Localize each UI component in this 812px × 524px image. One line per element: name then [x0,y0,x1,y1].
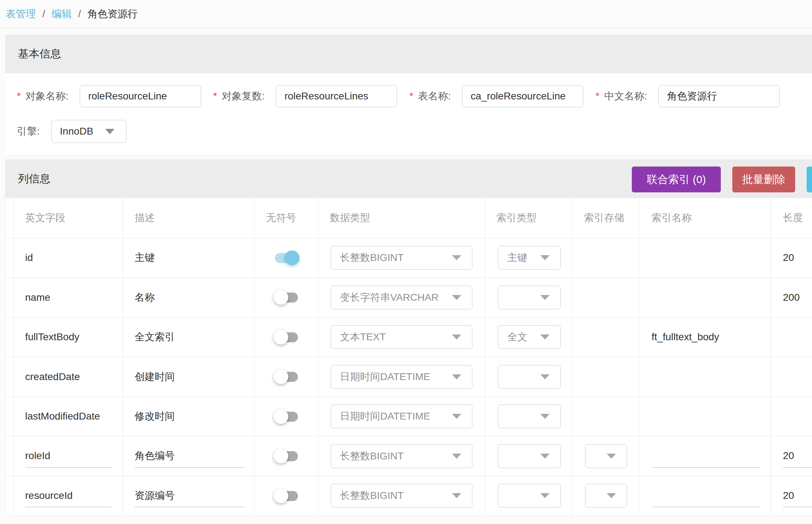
field-input[interactable]: resourceId [25,484,112,507]
index-type-select[interactable]: 全文 [498,325,561,349]
unsigned-toggle[interactable] [274,251,299,265]
toggle-knob [274,449,288,463]
table-row: fullTextBody全文索引文本TEXT全文ft_fulltext_body [5,317,812,357]
data-type-select-value: 日期时间DATETIME [340,370,430,384]
unsigned-toggle[interactable] [274,290,299,305]
cell-index-storage [573,436,640,476]
row-handle-cell [5,436,14,476]
index-type-select[interactable] [498,404,561,428]
data-type-select-value: 文本TEXT [340,330,386,344]
form-field-2: *表名称: [409,85,583,107]
index-type-select[interactable] [498,286,561,309]
data-type-select[interactable]: 变长字符串VARCHAR [331,286,472,309]
form-field-input-2[interactable] [462,85,583,107]
data-type-select[interactable]: 长整数BIGINT [331,484,472,507]
cell-index-storage [573,357,640,397]
unsigned-toggle[interactable] [274,449,299,463]
unsigned-toggle[interactable] [274,488,299,503]
length-input[interactable]: 20 [783,484,812,507]
basic-info-form: *对象名称:*对象复数:*表名称:*中文名称: 引擎: InnoDB [5,73,812,154]
form-field-input-1[interactable] [276,85,397,107]
row-handle-cell [5,278,14,318]
form-field-label-3: 中文名称: [604,89,647,103]
partial-button[interactable] [807,167,812,192]
index-type-select[interactable] [498,444,561,468]
cell-index-type [485,436,573,476]
index-type-select[interactable]: 主键 [498,246,561,270]
cell-index-storage [573,476,640,516]
data-type-select[interactable]: 日期时间DATETIME [331,365,472,389]
data-type-select[interactable]: 文本TEXT [331,325,472,349]
cell-desc: 修改时间 [123,397,255,436]
header-cell-5: 索引存储 [573,198,640,238]
columns-table: 英文字段描述无符号数据类型索引类型索引存储索引名称长度 id主键长整数BIGIN… [5,198,812,516]
engine-select-value: InnoDB [60,126,93,137]
desc-input[interactable]: 资源编号 [135,484,245,507]
unsigned-toggle[interactable] [274,369,299,384]
desc-input[interactable]: 角色编号 [135,445,245,468]
cell-data-type: 日期时间DATETIME [318,397,485,436]
cell-index-type [485,397,573,436]
cell-index-type [485,476,573,516]
table-row: roleId角色编号长整数BIGINT20 [5,436,812,476]
cell-index-type [485,357,573,397]
cell-index-storage [573,397,640,436]
index-type-select[interactable] [498,365,561,389]
engine-row: 引擎: InnoDB [17,120,812,143]
unsigned-toggle[interactable] [274,409,299,424]
index-type-select[interactable] [498,484,561,507]
cell-unsigned [255,436,318,476]
cell-unsigned [255,238,318,278]
chevron-down-icon [452,454,461,459]
joint-index-button[interactable]: 联合索引 (0) [632,167,721,192]
cell-desc: 名称 [123,278,255,318]
table-row: id主键长整数BIGINT主键20 [5,238,812,278]
chevron-down-icon [452,255,461,260]
index-name-input[interactable] [652,484,760,507]
table-row: lastModifiedDate修改时间日期时间DATETIME [5,397,812,436]
cell-unsigned [255,476,318,516]
data-type-select[interactable]: 长整数BIGINT [331,444,472,468]
cell-unsigned [255,278,318,318]
cell-unsigned [255,317,318,357]
form-field-input-3[interactable] [658,85,780,107]
data-type-select-value: 日期时间DATETIME [340,410,430,423]
header-cell-6: 索引名称 [640,198,771,238]
index-storage-select[interactable] [585,444,627,468]
breadcrumb-item-1[interactable]: 编辑 [52,7,72,21]
header-cell-2: 无符号 [255,198,318,238]
cell-field: lastModifiedDate [14,397,123,436]
cell-length [771,317,812,357]
data-type-select[interactable]: 日期时间DATETIME [331,404,472,428]
data-type-select[interactable]: 长整数BIGINT [331,246,472,270]
chevron-down-icon [452,493,461,498]
cell-length: 200 [771,278,812,318]
unsigned-toggle[interactable] [274,330,299,345]
chevron-down-icon [452,374,461,379]
chevron-down-icon [540,334,550,340]
columns-header-buttons: 联合索引 (0)批量删除 [632,160,812,199]
cell-unsigned [255,357,318,397]
cell-index-name: ft_fulltext_body [640,317,771,357]
basic-info-card: 基本信息 *对象名称:*对象复数:*表名称:*中文名称: 引擎: InnoDB [5,34,812,154]
cell-index-type: 全文 [485,317,573,357]
breadcrumb-item-0[interactable]: 表管理 [6,7,36,21]
index-name-input[interactable] [652,445,760,468]
toggle-knob [285,251,299,265]
cell-data-type: 变长字符串VARCHAR [318,278,485,318]
cell-length [771,397,812,436]
required-star: * [409,90,413,102]
breadcrumb-separator: / [42,8,45,20]
batch-delete-button[interactable]: 批量删除 [732,167,795,192]
cell-field: createdDate [14,357,123,397]
form-field-input-0[interactable] [80,85,201,107]
cell-index-name [640,238,771,278]
cell-data-type: 长整数BIGINT [318,238,485,278]
index-storage-select[interactable] [585,484,627,507]
required-star: * [596,90,599,102]
cell-length: 20 [771,238,812,278]
field-input[interactable]: roleId [25,445,112,468]
header-cell-0: 英文字段 [14,198,123,238]
length-input[interactable]: 20 [783,445,812,468]
engine-select[interactable]: InnoDB [51,120,126,143]
